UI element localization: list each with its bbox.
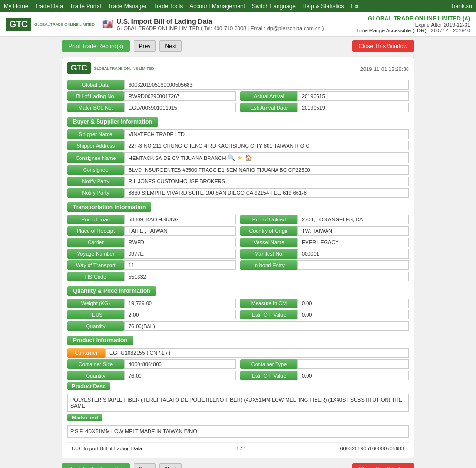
product-desc-value: POLYESTER STAPLE FIBER (TEREFTALATO DE P… (67, 394, 409, 412)
card-logo-icon: GTC (67, 62, 91, 74)
footer-record-label: U.S. Import Bill of Lading Data (72, 446, 142, 451)
consignee-name-label: Consignee Name (67, 152, 124, 163)
prev-button-top[interactable]: Prev (134, 40, 156, 52)
product-esti-cif-label: Esti. CIF Value (240, 371, 298, 380)
place-receipt-value: TAIPEI, TAIWAN (124, 226, 236, 236)
top-nav: My Home Trade Data Trade Portal Trade Ma… (0, 0, 476, 12)
buyer-supplier-title: Buyer & Supplier Information (67, 117, 158, 127)
consignee-star-icon[interactable]: ★ (237, 154, 243, 161)
card-date: 2019-11-01 15:26:38 (360, 66, 409, 72)
record-card: GTC GLOBAL TRADE ONLINE LIMITED 2019-11-… (62, 57, 414, 458)
shipper-name-label: Shipper Name (67, 129, 124, 139)
product-desc-label: Product Desc (67, 382, 110, 390)
voyage-label: Voyage Number (67, 249, 124, 259)
logo-icon: GTC (6, 18, 31, 31)
nav-exit[interactable]: Exit (350, 3, 360, 10)
actual-arrival-value: 20190515 (298, 91, 409, 101)
header-company: GLOBAL TRADE ONLINE LIMITED (A) (357, 15, 470, 22)
product-quantity-label: Quantity (67, 371, 124, 380)
next-button-top[interactable]: Next (159, 40, 182, 52)
card-logo-text: GLOBAL TRADE ONLINE LIMITED (94, 66, 154, 70)
nav-trade-data[interactable]: Trade Data (35, 3, 63, 10)
consignee-search-icon[interactable]: 🔍 (228, 154, 235, 161)
notify-party1-row: Notify Party R L JONES CUSTOMHOUSE BROKE… (67, 177, 409, 186)
bol-value: RWRD002900017267 (124, 91, 236, 101)
carrier-value: RWFD (124, 238, 236, 247)
weight-label: Weight (KG) (67, 299, 124, 308)
nav-switch-language[interactable]: Switch Language (252, 3, 296, 10)
consignee-home-icon[interactable]: 🏠 (245, 154, 252, 161)
global-data-row: Global Data 6003201905160000505683 (67, 80, 409, 90)
measure-value: 0.00 (298, 299, 409, 308)
header-title: U.S. Import Bill of Lading Data (117, 18, 324, 25)
hs-code-row: HS Code 551332 (67, 272, 409, 281)
header-range: Time Range Accessible (LDR) : 200712 - 2… (357, 28, 470, 33)
footer-record-row: U.S. Import Bill of Lading Data 1 / 1 60… (67, 442, 409, 453)
marks-value: P.S.F. 4DX51MM LOW MELT MADE IN TAIWAN B… (67, 425, 409, 438)
nav-trade-portal[interactable]: Trade Portal (70, 3, 101, 10)
country-origin-label: Country of Origin (240, 226, 298, 236)
consignee-row: Consignee BLVD INSURGENTES #3500 FRACC E… (67, 165, 409, 175)
close-button-bottom[interactable]: Close This Window (352, 463, 414, 468)
global-data-value: 6003201905160000505683 (124, 80, 409, 90)
container-type-value (298, 359, 409, 369)
nav-help-statistics[interactable]: Help & Statistics (302, 3, 344, 10)
nav-trade-manager[interactable]: Trade Manager (108, 3, 147, 10)
teus-value: 2.00 (124, 310, 236, 319)
container-size-value: 4000*806*800 (124, 359, 236, 369)
container-label: Container (67, 348, 105, 358)
nav-user: frank.xu (452, 3, 472, 10)
port-load-label: Port of Load (67, 215, 124, 224)
esti-arrival-label: Esti Arrival Date (240, 103, 298, 112)
shipper-address-value: 22F-3 NO 211 CHUNG CHENG 4 RD KAOHSIUNG … (124, 141, 409, 150)
prev-button-bottom[interactable]: Prev (134, 463, 156, 468)
carrier-row: Carrier RWFD Vessel Name EVER LEGACY (67, 238, 409, 247)
vessel-value: EVER LEGACY (298, 238, 409, 247)
port-load-value: 58309, KAO HSIUNG (124, 215, 236, 224)
port-unload-label: Port of Unload (240, 215, 298, 224)
notify-party1-value: R L JONES CUSTOMHOUSE BROKERS (124, 177, 409, 186)
header-bar: GTC GLOBAL TRADE ONLINE LIMITED 🇺🇸 U.S. … (0, 12, 476, 37)
teus-row: TEUS 2.00 Esti. CIF Value 0.00 (67, 310, 409, 319)
nav-my-home[interactable]: My Home (4, 3, 28, 10)
weight-row: Weight (KG) 19,769.00 Measure in CM 0.00 (67, 299, 409, 308)
header-contact: GLOBAL TRADE ONLINE LIMITED ( Tel: 400-7… (117, 25, 324, 31)
notify-party2-label: Notify Party (67, 188, 124, 198)
port-unload-value: 2704, LOS ANGELES, CA (298, 215, 409, 224)
footer-pagination: 1 / 1 (236, 446, 246, 451)
consignee-name-value: HEMTACK SA DE CV TIJUANA BRANCH 🔍 ★ 🏠 (124, 152, 409, 163)
marks-section: Marks and P.S.F. 4DX51MM LOW MELT MADE I… (67, 414, 409, 438)
esti-cif-value: 0.00 (298, 310, 409, 319)
esti-cif-label: Esti. CIF Value (240, 310, 298, 319)
print-button-bottom[interactable]: Print Trade Record(s) (62, 463, 130, 468)
place-receipt-row: Place of Receipt TAIPEI, TAIWAN Country … (67, 226, 409, 236)
shipper-name-value: VINATECH TRADE LTD (124, 129, 409, 139)
product-quantity-row: Quantity 76.00 Esti. CIF Value 0.00 (67, 371, 409, 380)
measure-label: Measure in CM (240, 299, 298, 308)
consignee-name-row: Consignee Name HEMTACK SA DE CV TIJUANA … (67, 152, 409, 163)
actual-arrival-label: Actual Arrival (240, 91, 298, 101)
product-title: Product Information (67, 336, 133, 345)
next-button-bottom[interactable]: Next (159, 463, 182, 468)
nav-account-management[interactable]: Account Management (189, 3, 245, 10)
quantity-label: Quantity (67, 321, 124, 331)
manifest-label: Manifest No. (240, 249, 298, 259)
vessel-label: Vessel Name (240, 238, 298, 247)
logo-area: GTC GLOBAL TRADE ONLINE LIMITED (6, 18, 95, 31)
container-type-label: Container Type (240, 359, 298, 369)
esti-arrival-value: 20190519 (298, 103, 409, 112)
port-load-row: Port of Load 58309, KAO HSIUNG Port of U… (67, 215, 409, 224)
close-button-top[interactable]: Close This Window (352, 40, 414, 52)
notify-party2-value: 8830 SIEMPRE VIVA RD SUITE 100 SAN DIEGO… (124, 188, 409, 198)
manifest-value: 000001 (298, 249, 409, 259)
global-data-label: Global Data (67, 80, 124, 90)
main-content: Print Trade Record(s) Prev Next Close Th… (62, 37, 414, 468)
product-esti-cif-value: 0.00 (298, 371, 409, 380)
card-logo: GTC GLOBAL TRADE ONLINE LIMITED (67, 62, 154, 74)
product-desc-section: Product Desc POLYESTER STAPLE FIBER (TER… (67, 382, 409, 412)
hs-code-label: HS Code (67, 272, 124, 281)
nav-trade-tools[interactable]: Trade Tools (153, 3, 183, 10)
print-button-top[interactable]: Print Trade Record(s) (62, 40, 130, 52)
shipper-address-label: Shipper Address (67, 141, 124, 150)
in-bond-value (298, 260, 409, 270)
